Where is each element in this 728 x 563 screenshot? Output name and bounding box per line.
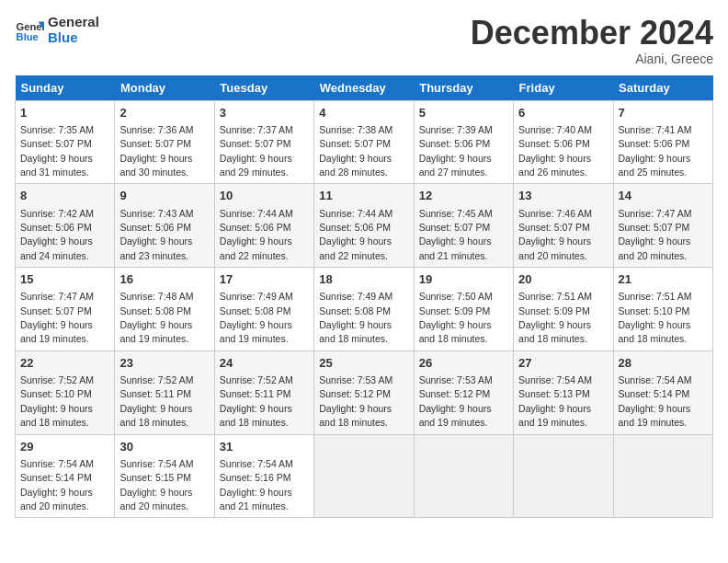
day-info: Sunrise: 7:47 AMSunset: 5:07 PMDaylight:… [20,291,94,344]
day-info: Sunrise: 7:41 AMSunset: 5:06 PMDaylight:… [619,124,692,178]
calendar-cell: 5 Sunrise: 7:39 AMSunset: 5:06 PMDayligh… [414,100,513,184]
calendar-table: SundayMondayTuesdayWednesdayThursdayFrid… [15,75,713,519]
weekday-header-wednesday: Wednesday [314,75,414,101]
weekday-header-sunday: Sunday [16,75,115,101]
day-number: 12 [419,188,508,204]
logo-icon: General Blue [15,16,44,45]
calendar-cell: 23 Sunrise: 7:52 AMSunset: 5:11 PMDaylig… [115,350,214,434]
day-number: 4 [319,105,408,121]
day-number: 7 [619,105,708,121]
day-number: 5 [419,105,508,121]
weekday-header-monday: Monday [115,75,214,101]
day-number: 21 [619,271,708,288]
weekday-header-saturday: Saturday [613,75,712,101]
day-number: 24 [220,355,309,372]
calendar-cell: 4 Sunrise: 7:38 AMSunset: 5:07 PMDayligh… [314,100,414,184]
calendar-cell: 18 Sunrise: 7:49 AMSunset: 5:08 PMDaylig… [314,268,414,351]
day-info: Sunrise: 7:51 AMSunset: 5:10 PMDaylight:… [619,291,692,344]
day-info: Sunrise: 7:54 AMSunset: 5:16 PMDaylight:… [220,458,293,511]
day-info: Sunrise: 7:51 AMSunset: 5:09 PMDaylight:… [518,291,592,344]
logo: General Blue General Blue [15,15,99,45]
day-info: Sunrise: 7:48 AMSunset: 5:08 PMDaylight:… [119,291,193,344]
weekday-header-row: SundayMondayTuesdayWednesdayThursdayFrid… [16,75,713,101]
calendar-cell: 10 Sunrise: 7:44 AMSunset: 5:06 PMDaylig… [214,184,313,268]
calendar-cell: 3 Sunrise: 7:37 AMSunset: 5:07 PMDayligh… [214,100,313,184]
day-number: 16 [119,271,209,288]
calendar-cell: 17 Sunrise: 7:49 AMSunset: 5:08 PMDaylig… [214,268,313,351]
day-number: 17 [220,271,309,288]
calendar-cell: 8 Sunrise: 7:42 AMSunset: 5:06 PMDayligh… [16,184,115,268]
calendar-cell: 19 Sunrise: 7:50 AMSunset: 5:09 PMDaylig… [414,268,513,351]
calendar-cell: 31 Sunrise: 7:54 AMSunset: 5:16 PMDaylig… [214,434,313,518]
day-number: 20 [518,271,608,288]
day-number: 14 [619,188,708,204]
day-info: Sunrise: 7:50 AMSunset: 5:09 PMDaylight:… [419,291,493,344]
weekday-header-thursday: Thursday [414,75,513,101]
calendar-cell: 15 Sunrise: 7:47 AMSunset: 5:07 PMDaylig… [16,268,115,351]
calendar-cell: 27 Sunrise: 7:54 AMSunset: 5:13 PMDaylig… [514,350,613,434]
title-block: December 2024 Aiani, Greece [471,15,713,66]
day-number: 30 [119,439,209,455]
day-info: Sunrise: 7:54 AMSunset: 5:15 PMDaylight:… [119,458,193,511]
weekday-header-friday: Friday [514,75,613,101]
calendar-cell: 16 Sunrise: 7:48 AMSunset: 5:08 PMDaylig… [115,268,214,351]
day-info: Sunrise: 7:40 AMSunset: 5:06 PMDaylight:… [518,124,592,178]
day-number: 15 [20,271,109,288]
calendar-cell: 28 Sunrise: 7:54 AMSunset: 5:14 PMDaylig… [613,350,712,434]
page-header: General Blue General Blue December 2024 … [15,15,713,66]
day-info: Sunrise: 7:47 AMSunset: 5:07 PMDaylight:… [619,208,692,261]
day-number: 29 [20,439,109,455]
day-info: Sunrise: 7:37 AMSunset: 5:07 PMDaylight:… [220,124,293,178]
calendar-cell: 22 Sunrise: 7:52 AMSunset: 5:10 PMDaylig… [16,350,115,434]
day-number: 2 [119,105,209,121]
calendar-cell [514,434,613,518]
calendar-cell: 24 Sunrise: 7:52 AMSunset: 5:11 PMDaylig… [214,350,313,434]
day-info: Sunrise: 7:46 AMSunset: 5:07 PMDaylight:… [518,208,592,261]
day-info: Sunrise: 7:35 AMSunset: 5:07 PMDaylight:… [20,124,94,178]
day-info: Sunrise: 7:43 AMSunset: 5:06 PMDaylight:… [119,208,193,261]
day-info: Sunrise: 7:45 AMSunset: 5:07 PMDaylight:… [419,208,493,261]
day-number: 11 [319,188,408,204]
calendar-cell: 7 Sunrise: 7:41 AMSunset: 5:06 PMDayligh… [613,100,712,184]
day-info: Sunrise: 7:52 AMSunset: 5:10 PMDaylight:… [20,374,94,428]
day-info: Sunrise: 7:54 AMSunset: 5:14 PMDaylight:… [20,458,94,511]
calendar-cell [414,434,513,518]
calendar-week-row: 22 Sunrise: 7:52 AMSunset: 5:10 PMDaylig… [16,350,713,434]
calendar-cell: 14 Sunrise: 7:47 AMSunset: 5:07 PMDaylig… [613,184,712,268]
day-info: Sunrise: 7:52 AMSunset: 5:11 PMDaylight:… [220,374,293,428]
day-number: 18 [319,271,408,288]
calendar-cell [314,434,414,518]
calendar-cell: 13 Sunrise: 7:46 AMSunset: 5:07 PMDaylig… [514,184,613,268]
day-info: Sunrise: 7:54 AMSunset: 5:13 PMDaylight:… [518,374,592,428]
calendar-week-row: 1 Sunrise: 7:35 AMSunset: 5:07 PMDayligh… [16,100,713,184]
location: Aiani, Greece [471,52,713,66]
calendar-cell: 6 Sunrise: 7:40 AMSunset: 5:06 PMDayligh… [514,100,613,184]
day-info: Sunrise: 7:38 AMSunset: 5:07 PMDaylight:… [319,124,392,178]
day-info: Sunrise: 7:53 AMSunset: 5:12 PMDaylight:… [319,374,392,428]
day-info: Sunrise: 7:39 AMSunset: 5:06 PMDaylight:… [419,124,493,178]
calendar-cell: 11 Sunrise: 7:44 AMSunset: 5:06 PMDaylig… [314,184,414,268]
calendar-cell: 30 Sunrise: 7:54 AMSunset: 5:15 PMDaylig… [115,434,214,518]
logo-line1: General [48,15,99,30]
day-number: 23 [119,355,209,372]
logo-line2: Blue [48,30,99,46]
calendar-week-row: 15 Sunrise: 7:47 AMSunset: 5:07 PMDaylig… [16,268,713,351]
weekday-header-tuesday: Tuesday [214,75,313,101]
day-number: 13 [518,188,608,204]
calendar-cell: 12 Sunrise: 7:45 AMSunset: 5:07 PMDaylig… [414,184,513,268]
calendar-cell: 26 Sunrise: 7:53 AMSunset: 5:12 PMDaylig… [414,350,513,434]
day-number: 3 [220,105,309,121]
day-info: Sunrise: 7:49 AMSunset: 5:08 PMDaylight:… [319,291,392,344]
svg-text:Blue: Blue [17,31,39,42]
calendar-cell: 29 Sunrise: 7:54 AMSunset: 5:14 PMDaylig… [16,434,115,518]
calendar-week-row: 29 Sunrise: 7:54 AMSunset: 5:14 PMDaylig… [16,434,713,518]
day-number: 26 [419,355,508,372]
day-number: 25 [319,355,408,372]
calendar-cell: 25 Sunrise: 7:53 AMSunset: 5:12 PMDaylig… [314,350,414,434]
day-number: 9 [119,188,209,204]
day-info: Sunrise: 7:52 AMSunset: 5:11 PMDaylight:… [119,374,193,428]
day-info: Sunrise: 7:53 AMSunset: 5:12 PMDaylight:… [419,374,493,428]
day-number: 1 [20,105,109,121]
calendar-cell: 21 Sunrise: 7:51 AMSunset: 5:10 PMDaylig… [613,268,712,351]
day-info: Sunrise: 7:44 AMSunset: 5:06 PMDaylight:… [319,208,392,261]
